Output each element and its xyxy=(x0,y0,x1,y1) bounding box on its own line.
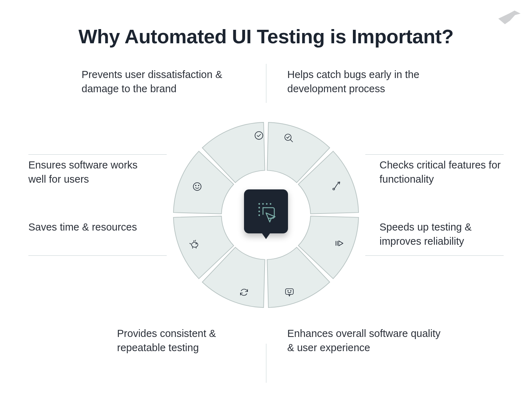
svg-point-16 xyxy=(198,185,199,186)
label-top-left: Prevents user dissatisfaction & damage t… xyxy=(82,67,234,96)
svg-rect-10 xyxy=(286,289,293,294)
connector-left-upper xyxy=(28,154,167,155)
svg-point-13 xyxy=(196,243,196,244)
label-top-right: Helps catch bugs early in the developmen… xyxy=(287,67,450,96)
label-left-upper: Ensures software works well for users xyxy=(28,158,149,186)
svg-point-15 xyxy=(195,185,196,186)
radial-diagram xyxy=(163,112,369,318)
page-title: Why Automated UI Testing is Important? xyxy=(0,25,532,48)
svg-point-14 xyxy=(193,183,201,190)
guide-vertical-top xyxy=(266,64,266,103)
svg-point-12 xyxy=(290,290,291,291)
svg-point-2 xyxy=(266,203,267,204)
path-arrow-icon xyxy=(331,179,343,192)
diagram-stage: Prevents user dissatisfaction & damage t… xyxy=(18,60,514,390)
refresh-icon xyxy=(238,286,250,299)
smile-face-icon xyxy=(191,180,204,193)
svg-point-0 xyxy=(259,203,260,204)
svg-point-6 xyxy=(259,215,260,215)
svg-point-4 xyxy=(259,207,260,208)
connector-left-lower xyxy=(28,255,167,256)
label-bottom-right: Enhances overall software quality & user… xyxy=(287,326,443,355)
svg-point-5 xyxy=(259,211,260,212)
bird-icon xyxy=(496,9,522,26)
cursor-click-icon xyxy=(254,199,278,223)
svg-point-1 xyxy=(262,203,263,204)
svg-point-11 xyxy=(288,290,288,291)
label-left-lower: Saves time & resources xyxy=(28,220,142,234)
svg-point-3 xyxy=(270,203,271,204)
piggy-bank-icon xyxy=(188,238,201,250)
label-bottom-left: Provides consistent & repeatable testing xyxy=(117,326,252,355)
fast-forward-icon xyxy=(333,237,345,250)
guide-vertical-bottom xyxy=(266,344,266,383)
chat-smile-icon xyxy=(283,286,296,299)
connector-right-upper xyxy=(365,154,504,155)
check-circle-icon xyxy=(253,129,265,142)
search-check-icon xyxy=(282,132,295,144)
center-badge xyxy=(244,189,288,233)
connector-right-lower xyxy=(365,255,504,256)
svg-point-7 xyxy=(255,132,263,139)
label-right-lower: Speeds up testing & improves reliability xyxy=(379,220,507,248)
label-right-upper: Checks critical features for functionali… xyxy=(379,158,507,186)
